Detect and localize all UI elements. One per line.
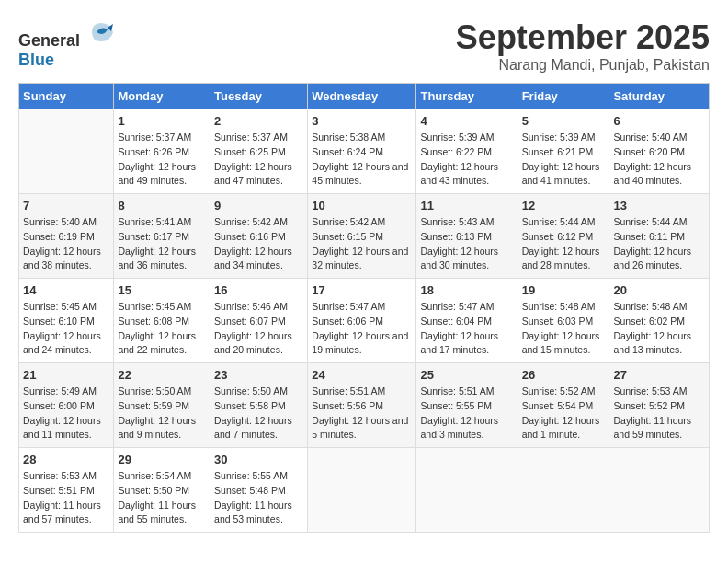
- weekday-header: Saturday: [609, 84, 710, 109]
- calendar-cell: 9 Sunrise: 5:42 AM Sunset: 6:16 PM Dayli…: [210, 194, 308, 279]
- day-number: 30: [214, 453, 303, 466]
- calendar-cell: 24 Sunrise: 5:51 AM Sunset: 5:56 PM Dayl…: [308, 363, 416, 448]
- day-info: Sunrise: 5:51 AM Sunset: 5:56 PM Dayligh…: [312, 385, 412, 442]
- calendar-cell: 14 Sunrise: 5:45 AM Sunset: 6:10 PM Dayl…: [19, 279, 114, 363]
- day-info: Sunrise: 5:41 AM Sunset: 6:17 PM Dayligh…: [118, 215, 206, 273]
- calendar-cell: 18 Sunrise: 5:47 AM Sunset: 6:04 PM Dayl…: [416, 279, 518, 363]
- day-number: 19: [522, 283, 606, 297]
- calendar-cell: 26 Sunrise: 5:52 AM Sunset: 5:54 PM Dayl…: [518, 363, 609, 448]
- day-info: Sunrise: 5:40 AM Sunset: 6:20 PM Dayligh…: [613, 131, 705, 189]
- day-number: 7: [23, 199, 109, 213]
- day-info: Sunrise: 5:53 AM Sunset: 5:51 PM Dayligh…: [23, 469, 109, 527]
- logo-general: General: [18, 31, 80, 50]
- calendar-week-row: 28 Sunrise: 5:53 AM Sunset: 5:51 PM Dayl…: [19, 448, 710, 533]
- day-number: 13: [613, 199, 705, 213]
- day-info: Sunrise: 5:43 AM Sunset: 6:13 PM Dayligh…: [420, 215, 513, 273]
- logo-blue: Blue: [18, 51, 54, 69]
- day-number: 12: [522, 199, 606, 213]
- day-info: Sunrise: 5:50 AM Sunset: 5:59 PM Dayligh…: [118, 385, 206, 442]
- day-number: 10: [312, 199, 412, 213]
- day-info: Sunrise: 5:54 AM Sunset: 5:50 PM Dayligh…: [118, 469, 206, 527]
- calendar-cell: [416, 448, 518, 533]
- day-number: 21: [23, 368, 109, 382]
- calendar-cell: 6 Sunrise: 5:40 AM Sunset: 6:20 PM Dayli…: [609, 109, 710, 194]
- weekday-header: Wednesday: [308, 84, 416, 109]
- day-info: Sunrise: 5:48 AM Sunset: 6:02 PM Dayligh…: [613, 300, 705, 358]
- header-row: SundayMondayTuesdayWednesdayThursdayFrid…: [19, 84, 710, 109]
- day-number: 1: [118, 114, 206, 128]
- calendar-cell: 1 Sunrise: 5:37 AM Sunset: 6:26 PM Dayli…: [114, 109, 210, 194]
- day-info: Sunrise: 5:40 AM Sunset: 6:19 PM Dayligh…: [23, 215, 109, 273]
- day-info: Sunrise: 5:42 AM Sunset: 6:15 PM Dayligh…: [312, 215, 412, 273]
- day-number: 25: [420, 368, 513, 382]
- calendar-cell: 3 Sunrise: 5:38 AM Sunset: 6:24 PM Dayli…: [308, 109, 416, 194]
- calendar-cell: 12 Sunrise: 5:44 AM Sunset: 6:12 PM Dayl…: [518, 194, 609, 279]
- day-number: 16: [214, 283, 303, 297]
- logo-icon: [87, 18, 115, 46]
- day-info: Sunrise: 5:50 AM Sunset: 5:58 PM Dayligh…: [214, 385, 303, 442]
- day-info: Sunrise: 5:53 AM Sunset: 5:52 PM Dayligh…: [613, 385, 705, 442]
- day-number: 23: [214, 368, 303, 382]
- calendar-cell: 21 Sunrise: 5:49 AM Sunset: 6:00 PM Dayl…: [19, 363, 114, 448]
- day-info: Sunrise: 5:44 AM Sunset: 6:11 PM Dayligh…: [613, 215, 705, 273]
- day-info: Sunrise: 5:45 AM Sunset: 6:08 PM Dayligh…: [118, 300, 206, 358]
- day-number: 4: [420, 114, 513, 128]
- day-number: 20: [613, 283, 705, 297]
- calendar-cell: 15 Sunrise: 5:45 AM Sunset: 6:08 PM Dayl…: [114, 279, 210, 363]
- calendar-cell: [518, 448, 609, 533]
- day-info: Sunrise: 5:47 AM Sunset: 6:06 PM Dayligh…: [312, 300, 412, 358]
- page-header: General Blue September 2025 Narang Mandi…: [18, 18, 710, 74]
- day-number: 26: [522, 368, 606, 382]
- calendar-cell: 16 Sunrise: 5:46 AM Sunset: 6:07 PM Dayl…: [210, 279, 308, 363]
- calendar-cell: 29 Sunrise: 5:54 AM Sunset: 5:50 PM Dayl…: [114, 448, 210, 533]
- calendar-cell: 4 Sunrise: 5:39 AM Sunset: 6:22 PM Dayli…: [416, 109, 518, 194]
- logo: General Blue: [18, 18, 115, 70]
- day-number: 6: [613, 114, 705, 128]
- day-number: 9: [214, 199, 303, 213]
- day-info: Sunrise: 5:48 AM Sunset: 6:03 PM Dayligh…: [522, 300, 606, 358]
- calendar-cell: 13 Sunrise: 5:44 AM Sunset: 6:11 PM Dayl…: [609, 194, 710, 279]
- calendar-cell: 20 Sunrise: 5:48 AM Sunset: 6:02 PM Dayl…: [609, 279, 710, 363]
- calendar-cell: 10 Sunrise: 5:42 AM Sunset: 6:15 PM Dayl…: [308, 194, 416, 279]
- day-info: Sunrise: 5:39 AM Sunset: 6:21 PM Dayligh…: [522, 131, 606, 189]
- day-number: 18: [420, 283, 513, 297]
- day-number: 14: [23, 283, 109, 297]
- calendar-cell: 19 Sunrise: 5:48 AM Sunset: 6:03 PM Dayl…: [518, 279, 609, 363]
- calendar-cell: 2 Sunrise: 5:37 AM Sunset: 6:25 PM Dayli…: [210, 109, 308, 194]
- month-title: September 2025: [456, 18, 710, 57]
- day-number: 27: [613, 368, 705, 382]
- calendar-week-row: 21 Sunrise: 5:49 AM Sunset: 6:00 PM Dayl…: [19, 363, 710, 448]
- calendar-cell: 22 Sunrise: 5:50 AM Sunset: 5:59 PM Dayl…: [114, 363, 210, 448]
- day-info: Sunrise: 5:52 AM Sunset: 5:54 PM Dayligh…: [522, 385, 606, 442]
- day-number: 15: [118, 283, 206, 297]
- logo-text: General Blue: [18, 18, 115, 70]
- calendar-cell: 7 Sunrise: 5:40 AM Sunset: 6:19 PM Dayli…: [19, 194, 114, 279]
- day-info: Sunrise: 5:46 AM Sunset: 6:07 PM Dayligh…: [214, 300, 303, 358]
- calendar-cell: 25 Sunrise: 5:51 AM Sunset: 5:55 PM Dayl…: [416, 363, 518, 448]
- day-number: 5: [522, 114, 606, 128]
- day-number: 17: [312, 283, 412, 297]
- day-number: 2: [214, 114, 303, 128]
- day-info: Sunrise: 5:49 AM Sunset: 6:00 PM Dayligh…: [23, 385, 109, 442]
- day-info: Sunrise: 5:51 AM Sunset: 5:55 PM Dayligh…: [420, 385, 513, 442]
- day-info: Sunrise: 5:47 AM Sunset: 6:04 PM Dayligh…: [420, 300, 513, 358]
- title-block: September 2025 Narang Mandi, Punjab, Pak…: [456, 18, 710, 74]
- calendar-cell: 27 Sunrise: 5:53 AM Sunset: 5:52 PM Dayl…: [609, 363, 710, 448]
- weekday-header: Friday: [518, 84, 609, 109]
- day-number: 3: [312, 114, 412, 128]
- calendar-week-row: 1 Sunrise: 5:37 AM Sunset: 6:26 PM Dayli…: [19, 109, 710, 194]
- day-number: 8: [118, 199, 206, 213]
- day-info: Sunrise: 5:37 AM Sunset: 6:26 PM Dayligh…: [118, 131, 206, 189]
- calendar-week-row: 14 Sunrise: 5:45 AM Sunset: 6:10 PM Dayl…: [19, 279, 710, 363]
- calendar-cell: 11 Sunrise: 5:43 AM Sunset: 6:13 PM Dayl…: [416, 194, 518, 279]
- location-title: Narang Mandi, Punjab, Pakistan: [456, 57, 710, 74]
- calendar-cell: 28 Sunrise: 5:53 AM Sunset: 5:51 PM Dayl…: [19, 448, 114, 533]
- weekday-header: Thursday: [416, 84, 518, 109]
- weekday-header: Tuesday: [210, 84, 308, 109]
- calendar-cell: 8 Sunrise: 5:41 AM Sunset: 6:17 PM Dayli…: [114, 194, 210, 279]
- calendar-cell: 23 Sunrise: 5:50 AM Sunset: 5:58 PM Dayl…: [210, 363, 308, 448]
- calendar-cell: [609, 448, 710, 533]
- day-info: Sunrise: 5:39 AM Sunset: 6:22 PM Dayligh…: [420, 131, 513, 189]
- calendar-cell: [308, 448, 416, 533]
- day-number: 11: [420, 199, 513, 213]
